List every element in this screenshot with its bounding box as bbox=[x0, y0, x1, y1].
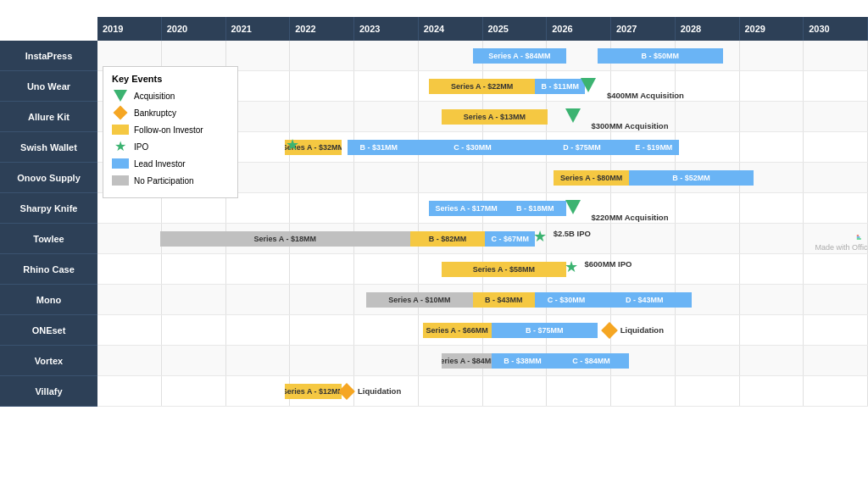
legend-row-bankruptcy: Bankruptcy bbox=[112, 106, 229, 119]
label-vortex: Vortex bbox=[0, 346, 97, 376]
label-swishwallet: Swish Wallet bbox=[0, 132, 97, 163]
svg-rect-1 bbox=[856, 236, 860, 237]
row-vortex bbox=[97, 346, 868, 376]
row-villafy bbox=[97, 376, 868, 407]
label-instapress: InstaPress bbox=[0, 41, 97, 71]
row-rhinocase bbox=[97, 254, 868, 285]
legend-label-bankruptcy: Bankruptcy bbox=[134, 108, 176, 118]
legend-label-ipo: IPO bbox=[134, 142, 148, 152]
label-rhinocase: Rhino Case bbox=[0, 254, 97, 285]
legend-row-ipo: ★ IPO bbox=[112, 140, 229, 153]
year-2025: 2025 bbox=[483, 17, 548, 41]
year-2024: 2024 bbox=[419, 17, 483, 41]
year-2020: 2020 bbox=[162, 17, 226, 41]
year-2029: 2029 bbox=[740, 17, 804, 41]
year-2023: 2023 bbox=[354, 17, 419, 41]
svg-rect-2 bbox=[856, 238, 860, 239]
legend-row-followon: Follow-on Investor bbox=[112, 123, 229, 136]
row-oneset bbox=[97, 315, 868, 346]
legend-label-acquisition: Acquisition bbox=[134, 92, 175, 101]
legend-title: Key Events bbox=[112, 74, 229, 84]
year-2021: 2021 bbox=[226, 17, 291, 41]
legend-row-lead: Lead Investor bbox=[112, 157, 229, 170]
label-allurekit: Allure Kit bbox=[0, 102, 97, 132]
main-container: InstaPress Uno Wear Allure Kit Swish Wal… bbox=[0, 0, 868, 488]
year-2030: 2030 bbox=[804, 17, 868, 41]
year-header: 2019 2020 2021 2022 2023 2024 2025 2026 … bbox=[97, 17, 868, 41]
year-2028: 2028 bbox=[676, 17, 740, 41]
label-sharpyknife: Sharpy Knife bbox=[0, 193, 97, 224]
label-towlee: Towlee bbox=[0, 224, 97, 254]
label-oneset: ONEset bbox=[0, 315, 97, 346]
nopart-icon bbox=[112, 174, 129, 187]
ipo-icon: ★ bbox=[112, 140, 129, 153]
label-onovosupply: Onovo Supply bbox=[0, 163, 97, 193]
row-towlee bbox=[97, 224, 868, 254]
office-timeline-logo-icon bbox=[851, 235, 866, 240]
followon-icon bbox=[112, 123, 129, 136]
legend-label-followon: Follow-on Investor bbox=[134, 125, 203, 135]
grid-rows: Series A - $84MMB - $50MMSeries A - $22M… bbox=[97, 41, 868, 480]
acquisition-icon bbox=[112, 89, 129, 103]
watermark: Made with Office Timeline bbox=[815, 235, 868, 253]
timeline-wrapper: InstaPress Uno Wear Allure Kit Swish Wal… bbox=[0, 17, 868, 480]
label-mono: Mono bbox=[0, 285, 97, 315]
bankruptcy-icon bbox=[112, 106, 129, 119]
legend-label-lead: Lead Investor bbox=[134, 159, 186, 169]
label-unowear: Uno Wear bbox=[0, 71, 97, 102]
year-2019: 2019 bbox=[97, 17, 162, 41]
year-2022: 2022 bbox=[290, 17, 354, 41]
year-2026: 2026 bbox=[547, 17, 611, 41]
year-2027: 2027 bbox=[611, 17, 676, 41]
chart-area: 2019 2020 2021 2022 2023 2024 2025 2026 … bbox=[97, 17, 868, 480]
legend-row-acquisition: Acquisition bbox=[112, 89, 229, 103]
legend-label-nopart: No Participation bbox=[134, 176, 194, 186]
row-labels: InstaPress Uno Wear Allure Kit Swish Wal… bbox=[0, 17, 97, 480]
lead-icon bbox=[112, 157, 129, 170]
svg-rect-0 bbox=[856, 235, 858, 236]
row-mono bbox=[97, 285, 868, 315]
label-villafy: Villafy bbox=[0, 376, 97, 407]
legend-row-nopart: No Participation bbox=[112, 174, 229, 187]
legend: Key Events Acquisition Bankruptcy bbox=[103, 66, 238, 198]
